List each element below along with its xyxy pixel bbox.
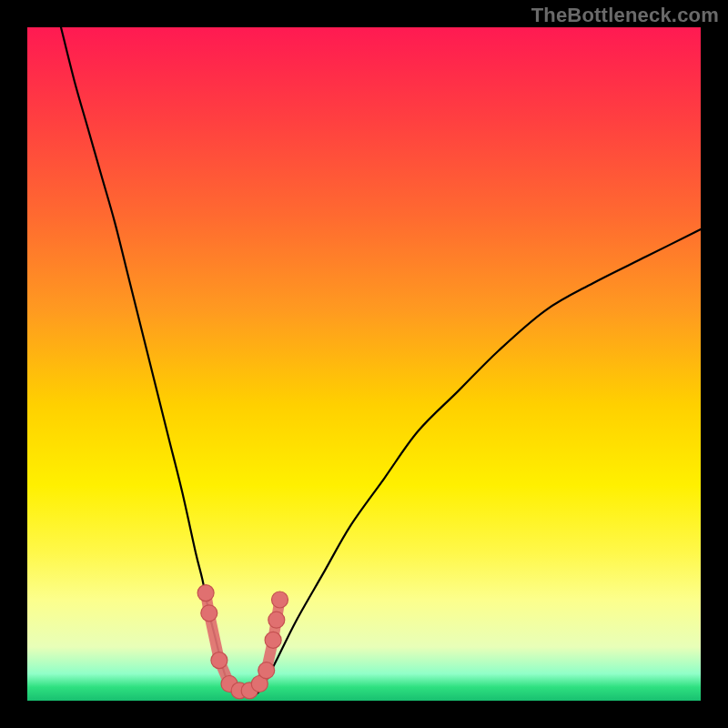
highlighted-point bbox=[197, 585, 214, 602]
curve-layer bbox=[27, 27, 701, 701]
attribution-label: TheBottleneck.com bbox=[531, 4, 719, 27]
highlighted-point bbox=[211, 652, 228, 669]
highlighted-point bbox=[272, 592, 288, 608]
highlighted-point bbox=[265, 632, 281, 648]
highlighted-point bbox=[201, 605, 217, 622]
plot-area bbox=[27, 27, 701, 701]
right-branch-curve bbox=[263, 229, 701, 687]
highlighted-point bbox=[268, 612, 285, 628]
highlighted-point bbox=[258, 662, 275, 679]
chart-frame: TheBottleneck.com bbox=[0, 0, 728, 728]
